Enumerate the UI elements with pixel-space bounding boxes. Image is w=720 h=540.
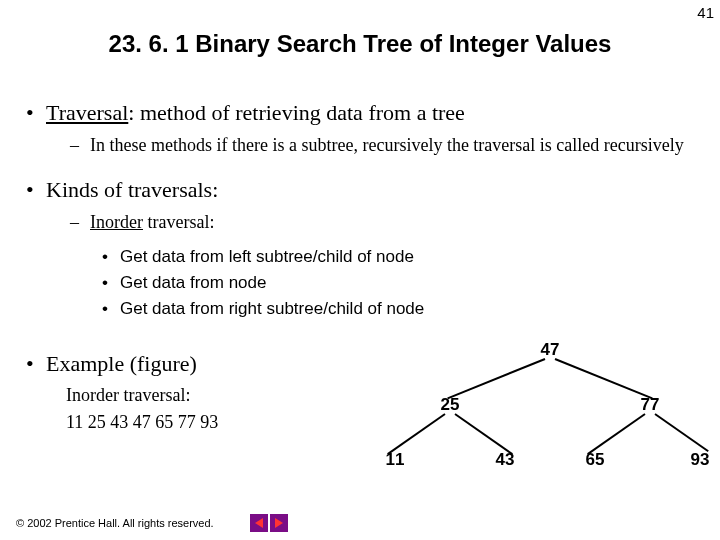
tree-node-65: 65	[580, 450, 610, 470]
tree-node-11: 11	[380, 450, 410, 470]
tree-node-47: 47	[535, 340, 565, 360]
inorder-text: traversal:	[143, 212, 214, 232]
copyright-text: © 2002 Prentice Hall. All rights reserve…	[16, 517, 214, 529]
tree-node-93: 93	[685, 450, 715, 470]
term-traversal: Traversal	[46, 100, 128, 125]
prev-button[interactable]	[250, 514, 268, 532]
arrow-right-icon	[275, 518, 283, 528]
arrow-left-icon	[255, 518, 263, 528]
bullet-kinds: Kinds of traversals:	[20, 177, 700, 203]
tree-edge	[454, 413, 512, 455]
page-number: 41	[697, 4, 714, 21]
bullet-inorder: Inorder traversal:	[20, 211, 700, 234]
tree-edge	[587, 413, 645, 455]
footer: © 2002 Prentice Hall. All rights reserve…	[16, 514, 288, 532]
tree-edge	[654, 413, 708, 452]
step-3: Get data from right subtree/child of nod…	[20, 299, 700, 319]
nav-arrows	[250, 514, 288, 532]
tree-edge	[555, 358, 653, 399]
next-button[interactable]	[270, 514, 288, 532]
step-1: Get data from left subtree/child of node	[20, 247, 700, 267]
bullet-sub1: In these methods if there is a subtree, …	[20, 134, 700, 157]
step-2: Get data from node	[20, 273, 700, 293]
tree-diagram: 47 25 77 11 43 65 93	[380, 340, 710, 510]
term-inorder: Inorder	[90, 212, 143, 232]
slide-title: 23. 6. 1 Binary Search Tree of Integer V…	[0, 30, 720, 58]
tree-node-43: 43	[490, 450, 520, 470]
traversal-text: : method of retrieving data from a tree	[128, 100, 465, 125]
tree-edge	[387, 413, 445, 455]
bullet-traversal: Traversal: method of retrieving data fro…	[20, 100, 700, 126]
tree-edge	[447, 358, 545, 399]
